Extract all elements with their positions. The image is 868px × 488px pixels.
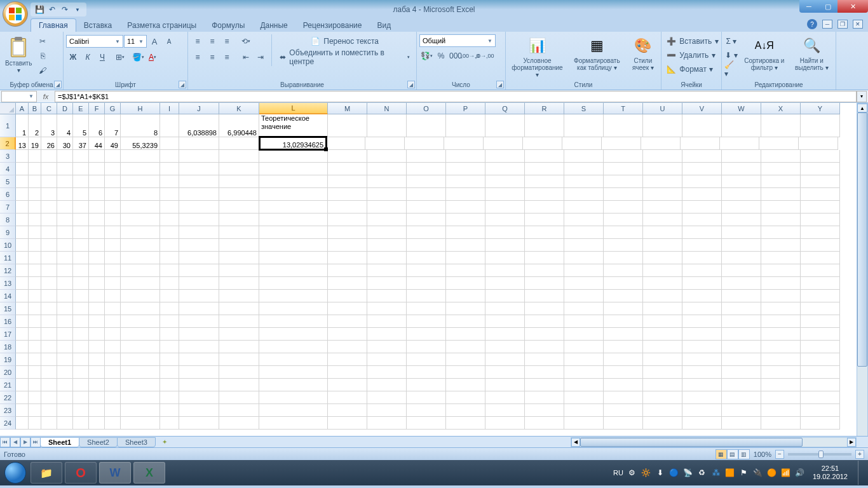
cell-J10[interactable] — [179, 239, 219, 252]
cell-Q18[interactable] — [485, 341, 525, 353]
cell-B20[interactable] — [29, 366, 41, 379]
cell-C16[interactable] — [41, 315, 57, 328]
cell-Q19[interactable] — [485, 353, 525, 366]
cell-J15[interactable] — [179, 302, 219, 315]
office-button[interactable] — [3, 1, 28, 27]
cell-O20[interactable] — [407, 366, 446, 379]
cell-N6[interactable] — [367, 188, 407, 201]
cell-M18[interactable] — [328, 341, 367, 353]
cell-Y10[interactable] — [801, 239, 840, 252]
cell-B9[interactable] — [29, 226, 41, 239]
tab-insert[interactable]: Вставка — [76, 19, 120, 32]
cell-D14[interactable] — [57, 290, 73, 302]
cell-E20[interactable] — [73, 366, 89, 379]
cell-W23[interactable] — [722, 404, 761, 417]
cell-Y13[interactable] — [801, 277, 840, 290]
cell-J3[interactable] — [179, 150, 219, 163]
cell-Q11[interactable] — [485, 252, 525, 264]
cell-W6[interactable] — [722, 188, 761, 201]
cell-M3[interactable] — [328, 150, 367, 163]
cell-Q5[interactable] — [485, 175, 525, 188]
cell-M2[interactable] — [326, 137, 365, 150]
cell-V9[interactable] — [682, 226, 722, 239]
cell-S14[interactable] — [564, 290, 604, 302]
cell-W16[interactable] — [722, 315, 761, 328]
cell-C20[interactable] — [41, 366, 57, 379]
cell-Q13[interactable] — [485, 277, 525, 290]
cell-A9[interactable] — [16, 226, 29, 239]
autosum-icon[interactable]: Σ ▾ — [724, 34, 738, 48]
cell-D11[interactable] — [57, 252, 73, 264]
cell-T21[interactable] — [604, 379, 643, 391]
cell-L1[interactable]: Теоретическое значение — [259, 114, 328, 137]
cell-M6[interactable] — [328, 188, 367, 201]
cell-R24[interactable] — [525, 417, 564, 430]
cell-R10[interactable] — [525, 239, 564, 252]
cell-S15[interactable] — [564, 302, 604, 315]
decrease-indent-icon[interactable]: ⇤ — [239, 50, 253, 64]
cell-L19[interactable] — [259, 353, 328, 366]
cell-F15[interactable] — [89, 302, 105, 315]
col-header-C[interactable]: C — [41, 103, 57, 114]
cell-I10[interactable] — [160, 239, 179, 252]
cell-O1[interactable] — [407, 114, 446, 137]
cell-J16[interactable] — [179, 315, 219, 328]
cell-T4[interactable] — [604, 163, 643, 175]
cell-N18[interactable] — [367, 341, 407, 353]
cell-M17[interactable] — [328, 328, 367, 341]
cell-A16[interactable] — [16, 315, 29, 328]
cell-J20[interactable] — [179, 366, 219, 379]
cell-X14[interactable] — [761, 290, 801, 302]
row-header-23[interactable]: 23 — [0, 404, 16, 417]
cell-C15[interactable] — [41, 302, 57, 315]
cell-V21[interactable] — [682, 379, 722, 391]
cell-X20[interactable] — [761, 366, 801, 379]
row-header-22[interactable]: 22 — [0, 391, 16, 404]
select-all-button[interactable] — [0, 103, 16, 114]
cell-U9[interactable] — [643, 226, 682, 239]
cell-Y1[interactable] — [801, 114, 840, 137]
cell-T1[interactable] — [604, 114, 643, 137]
cell-O4[interactable] — [407, 163, 446, 175]
cell-Y20[interactable] — [801, 366, 840, 379]
cell-J19[interactable] — [179, 353, 219, 366]
cell-I4[interactable] — [160, 163, 179, 175]
normal-view-button[interactable]: ▦ — [715, 449, 727, 459]
cell-U23[interactable] — [643, 404, 682, 417]
cell-T23[interactable] — [604, 404, 643, 417]
cell-S7[interactable] — [564, 201, 604, 214]
cell-L17[interactable] — [259, 328, 328, 341]
cell-P12[interactable] — [446, 264, 485, 277]
cell-V6[interactable] — [682, 188, 722, 201]
fill-color-button[interactable]: 🪣▾ — [131, 50, 145, 64]
cell-B14[interactable] — [29, 290, 41, 302]
sheet-tab-1[interactable]: Sheet1 — [40, 437, 79, 447]
col-header-B[interactable]: B — [29, 103, 41, 114]
cell-H12[interactable] — [121, 264, 160, 277]
cell-C7[interactable] — [41, 201, 57, 214]
cell-U1[interactable] — [643, 114, 682, 137]
cell-S22[interactable] — [564, 391, 604, 404]
cell-W2[interactable] — [720, 137, 759, 150]
insert-cells-button[interactable]: ➕ Вставить ▾ — [664, 34, 721, 48]
cell-W8[interactable] — [722, 214, 761, 226]
cell-K15[interactable] — [219, 302, 259, 315]
cell-G10[interactable] — [105, 239, 121, 252]
sheet-next-button[interactable]: ▶ — [20, 437, 31, 447]
zoom-thumb[interactable] — [818, 451, 824, 458]
vertical-scrollbar[interactable]: ▲ ▼ — [857, 103, 868, 447]
cell-D22[interactable] — [57, 391, 73, 404]
cell-U13[interactable] — [643, 277, 682, 290]
cell-F11[interactable] — [89, 252, 105, 264]
cell-L22[interactable] — [259, 391, 328, 404]
cell-X23[interactable] — [761, 404, 801, 417]
tab-formulas[interactable]: Формулы — [204, 19, 252, 32]
cell-G14[interactable] — [105, 290, 121, 302]
cell-O18[interactable] — [407, 341, 446, 353]
cell-V8[interactable] — [682, 214, 722, 226]
cell-O15[interactable] — [407, 302, 446, 315]
tab-review[interactable]: Рецензирование — [295, 19, 370, 32]
cell-C2[interactable]: 26 — [41, 137, 57, 150]
cell-O23[interactable] — [407, 404, 446, 417]
cell-E11[interactable] — [73, 252, 89, 264]
